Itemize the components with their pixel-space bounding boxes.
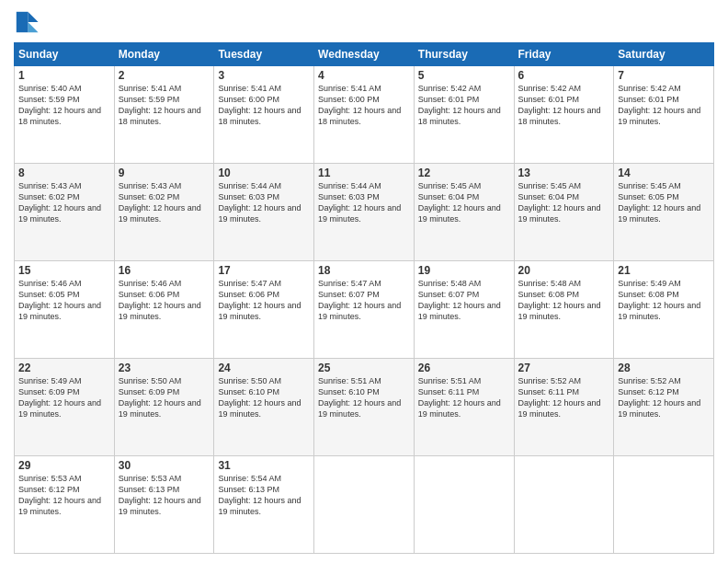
calendar-cell: 21Sunrise: 5:49 AMSunset: 6:08 PMDayligh… xyxy=(614,261,714,359)
day-number: 30 xyxy=(119,459,210,472)
calendar-cell: 9Sunrise: 5:43 AMSunset: 6:02 PMDaylight… xyxy=(114,164,214,261)
day-detail: Sunrise: 5:44 AMSunset: 6:03 PMDaylight:… xyxy=(318,180,410,225)
day-number: 21 xyxy=(618,264,710,277)
calendar-cell: 12Sunrise: 5:45 AMSunset: 6:04 PMDayligh… xyxy=(414,164,514,261)
day-detail: Sunrise: 5:49 AMSunset: 6:09 PMDaylight:… xyxy=(18,375,110,420)
calendar-cell: 6Sunrise: 5:42 AMSunset: 6:01 PMDaylight… xyxy=(514,66,614,164)
calendar-cell: 16Sunrise: 5:46 AMSunset: 6:06 PMDayligh… xyxy=(114,261,214,359)
day-number: 14 xyxy=(618,167,710,179)
calendar-cell: 25Sunrise: 5:51 AMSunset: 6:10 PMDayligh… xyxy=(314,359,415,456)
day-number: 11 xyxy=(318,167,410,179)
calendar-cell: 26Sunrise: 5:51 AMSunset: 6:11 PMDayligh… xyxy=(414,359,514,456)
day-number: 1 xyxy=(18,69,110,82)
day-number: 16 xyxy=(119,264,210,277)
day-detail: Sunrise: 5:53 AMSunset: 6:13 PMDaylight:… xyxy=(119,473,210,518)
day-number: 26 xyxy=(418,362,510,374)
day-detail: Sunrise: 5:44 AMSunset: 6:03 PMDaylight:… xyxy=(218,180,310,225)
day-number: 27 xyxy=(518,362,610,374)
day-detail: Sunrise: 5:48 AMSunset: 6:08 PMDaylight:… xyxy=(518,278,610,323)
calendar-cell: 8Sunrise: 5:43 AMSunset: 6:02 PMDaylight… xyxy=(15,164,115,261)
day-detail: Sunrise: 5:42 AMSunset: 6:01 PMDaylight:… xyxy=(418,83,510,128)
day-detail: Sunrise: 5:52 AMSunset: 6:11 PMDaylight:… xyxy=(518,375,610,420)
day-number: 17 xyxy=(218,264,310,277)
calendar-cell: 19Sunrise: 5:48 AMSunset: 6:07 PMDayligh… xyxy=(414,261,514,359)
day-detail: Sunrise: 5:50 AMSunset: 6:10 PMDaylight:… xyxy=(218,375,310,420)
svg-marker-1 xyxy=(28,22,38,32)
day-number: 22 xyxy=(18,362,110,374)
calendar-cell xyxy=(414,456,514,554)
day-number: 28 xyxy=(618,362,710,374)
day-detail: Sunrise: 5:42 AMSunset: 6:01 PMDaylight:… xyxy=(518,83,610,128)
day-number: 23 xyxy=(119,362,210,374)
svg-marker-0 xyxy=(28,12,38,22)
day-detail: Sunrise: 5:46 AMSunset: 6:05 PMDaylight:… xyxy=(18,278,110,323)
day-detail: Sunrise: 5:43 AMSunset: 6:02 PMDaylight:… xyxy=(18,180,110,225)
calendar-cell: 7Sunrise: 5:42 AMSunset: 6:01 PMDaylight… xyxy=(614,66,714,164)
day-number: 5 xyxy=(418,69,510,82)
day-number: 2 xyxy=(119,69,210,82)
calendar-cell xyxy=(614,456,714,554)
day-detail: Sunrise: 5:54 AMSunset: 6:13 PMDaylight:… xyxy=(218,473,310,518)
day-detail: Sunrise: 5:49 AMSunset: 6:08 PMDaylight:… xyxy=(618,278,710,323)
day-detail: Sunrise: 5:42 AMSunset: 6:01 PMDaylight:… xyxy=(618,83,710,128)
day-number: 18 xyxy=(318,264,410,277)
day-detail: Sunrise: 5:47 AMSunset: 6:06 PMDaylight:… xyxy=(218,278,310,323)
header xyxy=(14,9,714,35)
calendar-cell: 28Sunrise: 5:52 AMSunset: 6:12 PMDayligh… xyxy=(614,359,714,456)
day-number: 31 xyxy=(218,459,310,472)
day-number: 24 xyxy=(218,362,310,374)
day-detail: Sunrise: 5:47 AMSunset: 6:07 PMDaylight:… xyxy=(318,278,410,323)
day-number: 15 xyxy=(18,264,110,277)
calendar-cell: 23Sunrise: 5:50 AMSunset: 6:09 PMDayligh… xyxy=(114,359,214,456)
day-detail: Sunrise: 5:51 AMSunset: 6:11 PMDaylight:… xyxy=(418,375,510,420)
calendar-cell: 15Sunrise: 5:46 AMSunset: 6:05 PMDayligh… xyxy=(15,261,115,359)
day-number: 8 xyxy=(18,167,110,179)
day-detail: Sunrise: 5:46 AMSunset: 6:06 PMDaylight:… xyxy=(119,278,210,323)
calendar-cell: 13Sunrise: 5:45 AMSunset: 6:04 PMDayligh… xyxy=(514,164,614,261)
day-number: 20 xyxy=(518,264,610,277)
calendar-cell: 20Sunrise: 5:48 AMSunset: 6:08 PMDayligh… xyxy=(514,261,614,359)
day-detail: Sunrise: 5:52 AMSunset: 6:12 PMDaylight:… xyxy=(618,375,710,420)
day-of-week-header: Monday xyxy=(114,43,214,66)
calendar-cell: 4Sunrise: 5:41 AMSunset: 6:00 PMDaylight… xyxy=(314,66,415,164)
page: SundayMondayTuesdayWednesdayThursdayFrid… xyxy=(0,0,728,563)
logo-icon xyxy=(14,9,40,35)
calendar-cell: 24Sunrise: 5:50 AMSunset: 6:10 PMDayligh… xyxy=(214,359,314,456)
calendar-table: SundayMondayTuesdayWednesdayThursdayFrid… xyxy=(14,42,714,554)
day-detail: Sunrise: 5:40 AMSunset: 5:59 PMDaylight:… xyxy=(18,83,110,128)
day-number: 9 xyxy=(119,167,210,179)
calendar-cell xyxy=(514,456,614,554)
day-of-week-header: Friday xyxy=(514,43,614,66)
calendar-cell: 27Sunrise: 5:52 AMSunset: 6:11 PMDayligh… xyxy=(514,359,614,456)
svg-rect-2 xyxy=(17,12,28,32)
calendar-cell: 18Sunrise: 5:47 AMSunset: 6:07 PMDayligh… xyxy=(314,261,415,359)
calendar-cell: 14Sunrise: 5:45 AMSunset: 6:05 PMDayligh… xyxy=(614,164,714,261)
day-detail: Sunrise: 5:45 AMSunset: 6:04 PMDaylight:… xyxy=(518,180,610,225)
day-of-week-header: Saturday xyxy=(614,43,714,66)
calendar-cell: 22Sunrise: 5:49 AMSunset: 6:09 PMDayligh… xyxy=(15,359,115,456)
day-detail: Sunrise: 5:41 AMSunset: 6:00 PMDaylight:… xyxy=(318,83,410,128)
calendar-cell: 31Sunrise: 5:54 AMSunset: 6:13 PMDayligh… xyxy=(214,456,314,554)
calendar-cell: 29Sunrise: 5:53 AMSunset: 6:12 PMDayligh… xyxy=(15,456,115,554)
day-number: 10 xyxy=(218,167,310,179)
calendar-cell: 11Sunrise: 5:44 AMSunset: 6:03 PMDayligh… xyxy=(314,164,415,261)
day-detail: Sunrise: 5:43 AMSunset: 6:02 PMDaylight:… xyxy=(119,180,210,225)
day-number: 3 xyxy=(218,69,310,82)
day-number: 19 xyxy=(418,264,510,277)
calendar-cell: 1Sunrise: 5:40 AMSunset: 5:59 PMDaylight… xyxy=(15,66,115,164)
day-number: 13 xyxy=(518,167,610,179)
calendar-cell: 17Sunrise: 5:47 AMSunset: 6:06 PMDayligh… xyxy=(214,261,314,359)
calendar-cell: 2Sunrise: 5:41 AMSunset: 5:59 PMDaylight… xyxy=(114,66,214,164)
calendar-cell xyxy=(314,456,415,554)
day-number: 25 xyxy=(318,362,410,374)
day-of-week-header: Sunday xyxy=(15,43,115,66)
day-number: 12 xyxy=(418,167,510,179)
day-detail: Sunrise: 5:48 AMSunset: 6:07 PMDaylight:… xyxy=(418,278,510,323)
day-of-week-header: Tuesday xyxy=(214,43,314,66)
day-number: 6 xyxy=(518,69,610,82)
day-detail: Sunrise: 5:41 AMSunset: 5:59 PMDaylight:… xyxy=(119,83,210,128)
calendar-cell: 3Sunrise: 5:41 AMSunset: 6:00 PMDaylight… xyxy=(214,66,314,164)
logo xyxy=(14,9,43,35)
calendar-cell: 10Sunrise: 5:44 AMSunset: 6:03 PMDayligh… xyxy=(214,164,314,261)
day-detail: Sunrise: 5:45 AMSunset: 6:05 PMDaylight:… xyxy=(618,180,710,225)
